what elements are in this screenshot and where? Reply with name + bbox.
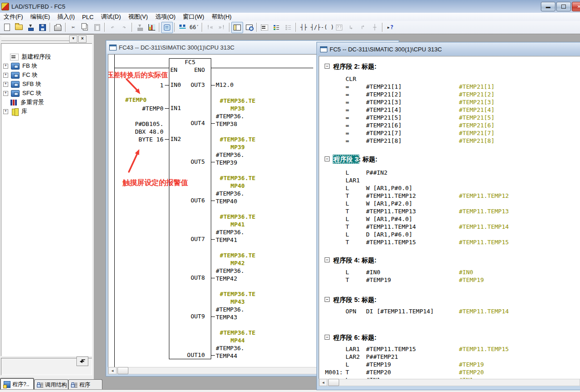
fc5-editor-area[interactable]: −程序段 2: 标题:CLR=#TEMP21[1]#TEMP21[1]=#TEM… — [319, 56, 580, 380]
fc5-title-bar[interactable]: FC5 -- DC-311\SIMATIC 300(1)\CPU 313C — [317, 43, 580, 55]
stl-line[interactable]: =#TEMP21[5]#TEMP21[5] — [319, 114, 580, 121]
output-operand-out7[interactable]: #TEMP36.TEMP41#TEMP36.TEMP41 — [215, 213, 260, 244]
open-file-button[interactable] — [13, 22, 25, 33]
stl-line[interactable]: =#TEMP21[3]#TEMP21[3] — [319, 98, 580, 106]
menu-item-7[interactable]: 窗口(W) — [179, 12, 208, 21]
stl-line[interactable]: LP##IN2 — [319, 169, 580, 176]
tree-item-5[interactable]: 多重背景 — [1, 98, 92, 107]
tree-item-6[interactable]: +库 — [1, 107, 92, 116]
stl-line[interactable]: =#TEMP21[7]#TEMP21[7] — [319, 129, 580, 137]
stl-line[interactable]: T#TEMP11.TEMP14#TEMP11.TEMP14 — [319, 223, 580, 231]
menu-item-5[interactable]: 视图(V) — [125, 12, 152, 21]
new-file-button[interactable] — [1, 22, 13, 33]
input-operand-in1[interactable]: #TEMP0 — [108, 105, 163, 112]
print-button[interactable] — [52, 22, 64, 33]
stl-line[interactable]: LW [AR1,P#2.0] — [319, 200, 580, 207]
output-operand-out9[interactable]: #TEMP36.TEMP43#TEMP36.TEMP43 — [215, 290, 260, 321]
input-operand-in0[interactable]: 1 — [108, 81, 163, 89]
help-pointer-button[interactable]: ▸? — [384, 22, 396, 33]
chart-button[interactable] — [146, 22, 158, 33]
collapse-network-icon[interactable]: − — [325, 257, 330, 262]
expand-plus-icon[interactable]: + — [3, 64, 8, 69]
stl-line[interactable]: T#TEMP11.TEMP15#TEMP11.TEMP15 — [319, 238, 580, 246]
contact-nc-button[interactable]: ┤/├ — [310, 22, 321, 33]
scroll-left-arrow[interactable]: ◄ — [319, 379, 327, 386]
collapse-network-icon[interactable]: − — [325, 335, 330, 340]
pane-tab-2[interactable]: 程序 — [68, 379, 102, 390]
menu-item-4[interactable]: 调试(D) — [97, 12, 125, 21]
fc5-horizontal-scrollbar[interactable]: ◄ — [319, 379, 580, 386]
tree-item-3[interactable]: +SFB 块 — [1, 80, 92, 89]
menu-item-8[interactable]: 帮助(H) — [208, 12, 235, 21]
output-operand-out5[interactable]: #TEMP36.TEMP39#TEMP36.TEMP39 — [215, 136, 260, 166]
network-button[interactable] — [177, 22, 188, 33]
program-elements-button[interactable] — [270, 22, 282, 33]
tree-item-0[interactable]: 新建程序段 — [1, 52, 92, 61]
overview-toggle-button[interactable] — [161, 22, 173, 33]
pane-close-button[interactable]: × — [78, 35, 86, 43]
scrollbar-thumb[interactable] — [328, 379, 339, 386]
stl-line[interactable]: LW [AR1,P#0.0] — [319, 184, 580, 192]
tree-item-1[interactable]: +FB 块 — [1, 61, 92, 70]
expand-plus-icon[interactable]: + — [3, 73, 8, 78]
pane-tab-0[interactable]: 程序?.. — [0, 378, 34, 390]
stl-line[interactable]: =#TEMP21[1]#TEMP21[1] — [319, 83, 580, 90]
close-button[interactable]: ✕ — [572, 2, 580, 11]
new-network-button[interactable] — [259, 22, 270, 33]
collapse-network-icon[interactable]: − — [325, 297, 330, 302]
output-operand-out6[interactable]: #TEMP36.TEMP40#TEMP36.TEMP40 — [215, 174, 260, 205]
restore-button[interactable] — [556, 2, 571, 11]
stl-line[interactable]: LW [AR1,P#4.0] — [319, 215, 580, 223]
stl-line[interactable]: =#TEMP21[4]#TEMP21[4] — [319, 106, 580, 114]
tree-item-2[interactable]: +FC 块 — [1, 70, 92, 80]
stl-line[interactable]: LAR2P##TEMP21 — [319, 353, 580, 361]
output-operand-out4[interactable]: #TEMP36.TEMP38#TEMP36.TEMP38 — [215, 97, 260, 128]
pane-tab-1[interactable]: 调用结构 — [34, 379, 68, 390]
expand-plus-icon[interactable]: + — [3, 109, 8, 114]
coil-button[interactable]: -( ) — [321, 22, 333, 33]
stl-line[interactable]: T#TEMP11.TEMP13#TEMP11.TEMP13 — [319, 207, 580, 215]
output-operand-out10[interactable]: #TEMP36.TEMP44#TEMP36.TEMP44 — [215, 329, 260, 360]
copy-button[interactable] — [79, 22, 91, 33]
stl-line[interactable]: CLR — [319, 75, 580, 83]
stl-line[interactable]: LD [AR1,P#6.0] — [319, 231, 580, 238]
paste-icon — [94, 24, 100, 31]
stl-line[interactable]: L#TEMP19#TEMP19 — [319, 361, 580, 368]
stl-line[interactable]: M001:T#TEMP20#TEMP20 — [319, 368, 580, 376]
menu-item-3[interactable]: PLC — [78, 13, 97, 21]
output-operand-out3[interactable]: M12.0 — [216, 81, 234, 88]
collapse-network-icon[interactable]: − — [325, 156, 330, 161]
stl-line[interactable]: =#TEMP21[6]#TEMP21[6] — [319, 121, 580, 129]
pane-dropdown-button[interactable]: ▼ — [69, 35, 77, 43]
stl-line[interactable]: =#TEMP21[8]#TEMP21[8] — [319, 137, 580, 145]
scroll-left-arrow[interactable]: ◄ — [108, 367, 117, 374]
window-split-button[interactable] — [231, 22, 243, 33]
scrollbar-thumb[interactable] — [117, 367, 128, 374]
stl-line[interactable]: LAR1#TEMP11.TEMP15#TEMP11.TEMP15 — [319, 345, 580, 353]
input-operand-in2[interactable]: P#DB105.DBX 48.0BYTE 16 — [108, 120, 163, 143]
minimize-button[interactable]: ▬ — [541, 2, 555, 11]
expand-plus-icon[interactable]: + — [3, 82, 8, 87]
stl-line[interactable]: T#TEMP11.TEMP12#TEMP11.TEMP12 — [319, 192, 580, 200]
stl-line[interactable]: LAR1 — [319, 176, 580, 184]
collapse-pane-button[interactable] — [76, 357, 88, 366]
stl-line[interactable]: =#TEMP21[2]#TEMP21[2] — [319, 90, 580, 98]
menu-item-1[interactable]: 编辑(E) — [27, 12, 54, 21]
tree-item-4[interactable]: +SFC 块 — [1, 89, 92, 98]
output-operand-out8[interactable]: #TEMP36.TEMP42#TEMP36.TEMP42 — [215, 251, 260, 282]
stl-line[interactable]: L#IN0#IN0 — [319, 268, 580, 276]
download-blocks-button[interactable] — [25, 22, 36, 33]
operand: DI [#TEMP11.TEMP14] — [366, 307, 434, 315]
expand-plus-icon[interactable]: + — [3, 91, 8, 96]
stl-line[interactable]: T#TEMP19#TEMP19 — [319, 276, 580, 284]
contact-no-button[interactable]: ┤├ — [298, 22, 310, 33]
cut-button[interactable]: ✂ — [67, 22, 79, 33]
menu-item-0[interactable]: 文件(F) — [0, 12, 27, 21]
stl-line[interactable]: OPNDI [#TEMP11.TEMP14]#TEMP11.TEMP14 — [319, 307, 580, 315]
collapse-network-icon[interactable]: − — [325, 64, 330, 69]
zoom-window-button[interactable] — [243, 22, 255, 33]
menu-item-2[interactable]: 插入(I) — [54, 12, 78, 21]
save-button[interactable] — [36, 22, 48, 33]
menu-item-6[interactable]: 选项(O) — [152, 12, 179, 21]
monitor-glasses-button[interactable]: 66′ — [188, 22, 200, 33]
